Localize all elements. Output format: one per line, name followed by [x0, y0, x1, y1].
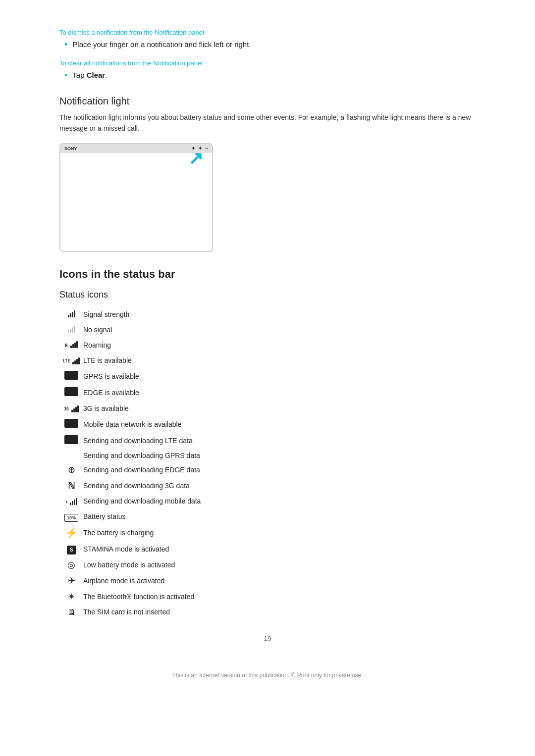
edge-icon [59, 385, 83, 401]
gprs-send-icon [59, 449, 83, 462]
clear-instruction: • Tap Clear. [64, 70, 476, 81]
mobile-send-prefix: ↕ [65, 499, 68, 504]
table-row: LTE LTE is available [59, 353, 476, 368]
icons-section-title: Icons in the status bar [59, 268, 476, 281]
signal-bars [68, 310, 75, 317]
table-row: 3G 3G is available [59, 401, 476, 416]
lte-bars [72, 357, 80, 364]
3g-text: 3G [64, 406, 69, 411]
phone-mockup: SONY ✦ ✦ – ↗ [59, 143, 213, 252]
lte-send-block [64, 435, 78, 444]
table-row: ⊕ Sending and downloading EDGE data [59, 462, 476, 478]
clear-heading: To clear all notifications from the Noti… [59, 59, 476, 67]
airplane-label: Airplane mode is activated [83, 573, 476, 589]
lte-text: LTE [63, 358, 70, 363]
3g-send-icon: ℕ [59, 478, 83, 494]
no-signal-icon [59, 322, 83, 338]
table-row: Sending and downloading GPRS data [59, 449, 476, 462]
mobile-send-icon: ↕ [59, 494, 83, 509]
mobile-data-block [64, 419, 78, 428]
signal-strength-label: Signal strength [83, 307, 476, 322]
roaming-bars [70, 341, 78, 348]
sim-glyph: 🖺 [67, 608, 75, 616]
table-row: R Roaming [59, 338, 476, 353]
airplane-icon: ✈ [59, 573, 83, 589]
low-battery-glyph: ◎ [67, 560, 75, 570]
mobile-send-label: Sending and downloading mobile data [83, 494, 476, 509]
lte-label: LTE is available [83, 353, 476, 368]
status-icons-subtitle: Status icons [59, 290, 476, 300]
table-row: Mobile data network is available [59, 416, 476, 433]
edge-block [64, 387, 78, 396]
lte-send-icon [59, 433, 83, 449]
battery-box: 10% [64, 514, 78, 522]
signal-strength-icon [59, 307, 83, 322]
lte-icon: LTE [59, 353, 83, 368]
arrow-icon: ↗ [188, 148, 203, 169]
stamina-glyph: S [67, 546, 76, 554]
table-row: ↕ Sending and downloading mobile data [59, 494, 476, 509]
table-row: No signal [59, 322, 476, 338]
table-row: EDGE is available [59, 385, 476, 401]
page-number: 19 [59, 635, 476, 642]
table-row: ℕ Sending and downloading 3G data [59, 478, 476, 494]
edge-send-glyph: ⊕ [68, 465, 75, 475]
table-row: GPRS is available [59, 368, 476, 385]
roaming-icon: R [59, 338, 83, 353]
no-signal-bars [68, 326, 75, 333]
sim-label: The SIM card is not inserted [83, 605, 476, 620]
mobile-send-bars [70, 498, 77, 505]
gprs-label: GPRS is available [83, 368, 476, 385]
3g-icon: 3G [59, 401, 83, 416]
dismiss-heading: To dismiss a notification from the Notif… [59, 29, 476, 36]
battery-status-icon: 10% [59, 509, 83, 524]
page-footer: This is an Internet version of this publ… [59, 672, 476, 679]
low-battery-label: Low battery mode is activated [83, 557, 476, 573]
stamina-icon: S [59, 541, 83, 557]
table-row: S STAMINA mode is activated [59, 541, 476, 557]
sim-card-icon: 🖺 [59, 605, 83, 620]
table-row: 🖺 The SIM card is not inserted [59, 605, 476, 620]
table-row: 10% Battery status [59, 509, 476, 524]
dismiss-instruction: • Place your finger on a notification an… [64, 39, 476, 50]
table-row: Signal strength [59, 307, 476, 322]
table-row: Sending and downloading LTE data [59, 433, 476, 449]
table-row: ✈ Airplane mode is activated [59, 573, 476, 589]
gprs-block [64, 371, 78, 380]
bluetooth-label: The Bluetooth® function is activated [83, 589, 476, 605]
mobile-data-icon [59, 416, 83, 433]
clear-text: Tap Clear. [72, 70, 107, 81]
clear-text-suffix: . [105, 71, 107, 79]
no-signal-label: No signal [83, 322, 476, 338]
roaming-label: Roaming [83, 338, 476, 353]
edge-send-label: Sending and downloading EDGE data [83, 462, 476, 478]
table-row: ◎ Low battery mode is activated [59, 557, 476, 573]
notification-light-desc: The notification light informs you about… [59, 112, 476, 134]
stamina-label: STAMINA mode is activated [83, 541, 476, 557]
battery-charging-label: The battery is charging [83, 524, 476, 541]
gprs-send-label: Sending and downloading GPRS data [83, 449, 476, 462]
edge-label: EDGE is available [83, 385, 476, 401]
3g-send-glyph: ℕ [68, 481, 75, 491]
phone-brand-label: SONY [64, 146, 77, 151]
gprs-icon [59, 368, 83, 385]
edge-send-icon: ⊕ [59, 462, 83, 478]
phone-status-minus: – [205, 146, 208, 151]
roaming-r: R [65, 343, 67, 348]
3g-label: 3G is available [83, 401, 476, 416]
clear-text-bold: Clear [87, 71, 106, 79]
low-battery-icon: ◎ [59, 557, 83, 573]
phone-mockup-container: SONY ✦ ✦ – ↗ [59, 143, 476, 252]
bluetooth-icon: ✴ [59, 589, 83, 605]
battery-status-label: Battery status [83, 509, 476, 524]
3g-send-label: Sending and downloading 3G data [83, 478, 476, 494]
mobile-data-label: Mobile data network is available [83, 416, 476, 433]
notification-light-title: Notification light [59, 96, 476, 107]
clear-text-prefix: Tap [72, 71, 86, 79]
dismiss-text: Place your finger on a notification and … [72, 39, 251, 50]
battery-charging-icon: ⚡ [59, 524, 83, 541]
bullet-dot-2: • [64, 70, 67, 81]
lte-send-label: Sending and downloading LTE data [83, 433, 476, 449]
airplane-glyph: ✈ [68, 576, 75, 586]
status-icons-table: Signal strength No signal R [59, 307, 476, 620]
